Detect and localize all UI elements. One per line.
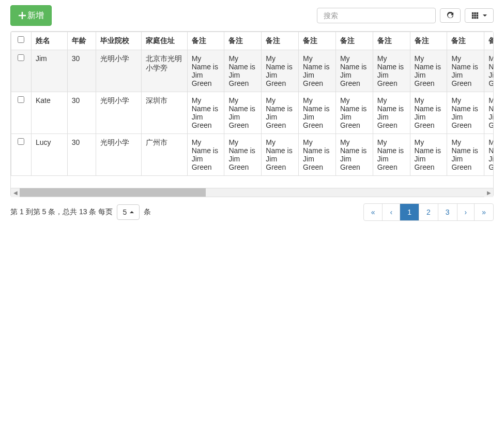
header-address[interactable]: 家庭住址 [142, 32, 187, 50]
page-2[interactable]: 2 [419, 203, 438, 221]
cell-remark: My Name is Jim Green [447, 134, 484, 176]
row-checkbox-cell [11, 134, 32, 176]
page-next-link[interactable]: › [457, 204, 475, 220]
row-checkbox-cell [11, 50, 32, 92]
cell-name: Lucy [31, 134, 67, 176]
header-school[interactable]: 毕业院校 [96, 32, 142, 50]
cell-remark: My Name is Jim Green [447, 50, 484, 92]
refresh-icon [447, 12, 454, 19]
header-remark[interactable]: 备注 [299, 32, 336, 50]
page-3-link[interactable]: 3 [438, 204, 457, 220]
page-first[interactable]: « [363, 203, 383, 221]
cell-remark: My Name is Jim Green [484, 92, 493, 134]
page-2-link[interactable]: 2 [419, 204, 438, 220]
table-row[interactable]: Kate30光明小学深圳市My Name is Jim GreenMy Name… [11, 92, 494, 134]
page-first-link[interactable]: « [364, 204, 383, 220]
table-scroll-vertical[interactable]: 姓名年龄毕业院校家庭住址备注备注备注备注备注备注备注备注备注备注 Jim30光明… [11, 32, 493, 188]
header-remark[interactable]: 备注 [410, 32, 447, 50]
refresh-button[interactable] [440, 8, 461, 23]
page-last[interactable]: » [474, 203, 494, 221]
cell-remark: My Name is Jim Green [373, 134, 410, 176]
header-checkbox-cell [11, 32, 32, 50]
page-next[interactable]: › [457, 203, 475, 221]
cell-school: 光明小学 [96, 92, 142, 134]
page-prev[interactable]: ‹ [382, 203, 400, 221]
cell-remark: My Name is Jim Green [187, 134, 224, 176]
cell-remark: My Name is Jim Green [335, 50, 373, 92]
cell-remark: My Name is Jim Green [335, 92, 373, 134]
add-button-label: 新增 [27, 10, 44, 21]
cell-school: 光明小学 [96, 50, 142, 92]
cell-remark: My Name is Jim Green [373, 92, 410, 134]
svg-rect-1 [474, 12, 476, 14]
cell-age: 30 [67, 134, 96, 176]
page-size-select[interactable]: 5 [117, 204, 140, 220]
toolbar: 新增 [10, 5, 494, 26]
header-remark[interactable]: 备注 [373, 32, 410, 50]
cell-remark: My Name is Jim Green [410, 50, 447, 92]
page-last-link[interactable]: » [475, 204, 493, 220]
row-checkbox[interactable] [18, 54, 24, 61]
header-remark[interactable]: 备注 [224, 32, 262, 50]
cell-name: Kate [31, 92, 67, 134]
header-remark[interactable]: 备注 [335, 32, 373, 50]
table-body: Jim30光明小学北京市光明小学旁My Name is Jim GreenMy … [11, 50, 494, 176]
table-container: 姓名年龄毕业院校家庭住址备注备注备注备注备注备注备注备注备注备注 Jim30光明… [10, 31, 494, 197]
header-remark[interactable]: 备注 [447, 32, 484, 50]
table-row[interactable]: Lucy30光明小学广州市My Name is Jim GreenMy Name… [11, 134, 494, 176]
add-button[interactable]: 新增 [10, 5, 52, 26]
header-remark[interactable]: 备注 [187, 32, 224, 50]
columns-button[interactable] [465, 8, 494, 23]
svg-rect-5 [477, 14, 479, 17]
cell-remark: My Name is Jim Green [335, 134, 373, 176]
cell-name: Jim [31, 50, 67, 92]
header-age[interactable]: 年龄 [67, 32, 96, 50]
cell-remark: My Name is Jim Green [262, 92, 299, 134]
cell-remark: My Name is Jim Green [187, 50, 224, 92]
cell-remark: My Name is Jim Green [262, 134, 299, 176]
cell-address: 广州市 [142, 134, 187, 176]
plus-icon [18, 11, 26, 20]
select-all-checkbox[interactable] [18, 36, 24, 43]
pagination: «‹123›» [364, 203, 494, 221]
cell-remark: My Name is Jim Green [484, 50, 493, 92]
cell-remark: My Name is Jim Green [187, 92, 224, 134]
cell-remark: My Name is Jim Green [484, 134, 493, 176]
scroll-left-arrow[interactable]: ◀ [11, 188, 20, 197]
table-scroll-horizontal[interactable]: ◀ ▶ [11, 188, 493, 197]
pagination-info-suffix: 条 [144, 207, 151, 217]
page-1[interactable]: 1 [400, 203, 419, 221]
cell-remark: My Name is Jim Green [224, 92, 262, 134]
header-name[interactable]: 姓名 [31, 32, 67, 50]
page-size-value: 5 [123, 208, 127, 216]
cell-remark: My Name is Jim Green [224, 134, 262, 176]
page-1-link[interactable]: 1 [400, 204, 419, 220]
svg-rect-6 [472, 17, 474, 19]
cell-address: 北京市光明小学旁 [142, 50, 187, 92]
cell-remark: My Name is Jim Green [447, 92, 484, 134]
cell-age: 30 [67, 50, 96, 92]
search-input[interactable] [317, 8, 436, 23]
row-checkbox[interactable] [18, 96, 24, 103]
data-table: 姓名年龄毕业院校家庭住址备注备注备注备注备注备注备注备注备注备注 Jim30光明… [11, 32, 493, 176]
cell-remark: My Name is Jim Green [299, 134, 336, 176]
pagination-info-text: 第 1 到第 5 条，总共 13 条 每页 [10, 207, 113, 217]
row-checkbox-cell [11, 92, 32, 134]
page-3[interactable]: 3 [438, 203, 457, 221]
header-remark[interactable]: 备注 [484, 32, 493, 50]
cell-school: 光明小学 [96, 134, 142, 176]
cell-remark: My Name is Jim Green [410, 92, 447, 134]
cell-remark: My Name is Jim Green [373, 50, 410, 92]
row-checkbox[interactable] [18, 138, 24, 145]
header-remark[interactable]: 备注 [262, 32, 299, 50]
scroll-track[interactable] [20, 188, 484, 197]
cell-remark: My Name is Jim Green [410, 134, 447, 176]
svg-rect-4 [474, 14, 476, 17]
table-row[interactable]: Jim30光明小学北京市光明小学旁My Name is Jim GreenMy … [11, 50, 494, 92]
toolbar-right [317, 8, 494, 23]
scroll-thumb[interactable] [20, 188, 206, 197]
pagination-row: 第 1 到第 5 条，总共 13 条 每页 5 条 «‹123›» [10, 203, 494, 221]
page-prev-link[interactable]: ‹ [383, 204, 400, 220]
scroll-right-arrow[interactable]: ▶ [484, 188, 493, 197]
pagination-info: 第 1 到第 5 条，总共 13 条 每页 5 条 [10, 204, 151, 220]
